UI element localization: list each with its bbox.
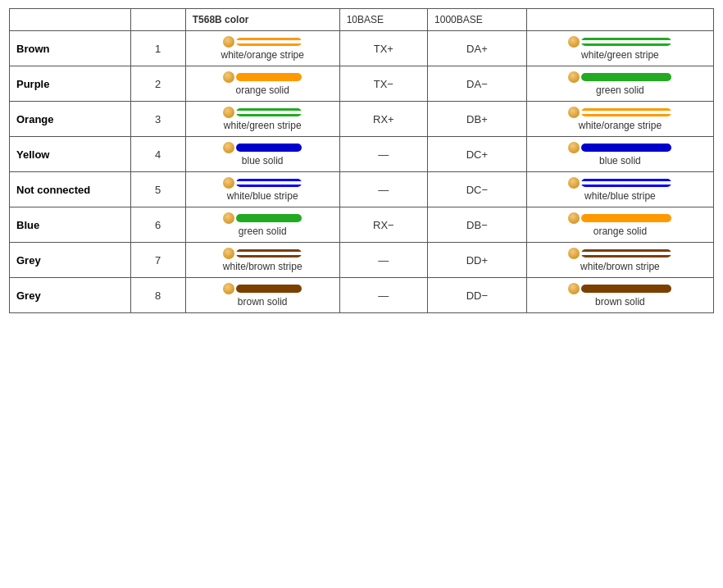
row-label-4: Not connected <box>10 172 131 207</box>
alt-color-text-7: brown solid <box>595 296 645 308</box>
alt-cable-4 <box>581 179 671 187</box>
connector-right-2 <box>568 107 580 118</box>
alt-color-text-3: blue solid <box>599 155 641 166</box>
thousandbase-1: DA− <box>428 66 527 102</box>
connector-left-5 <box>223 212 234 224</box>
pin-4: 5 <box>130 172 185 207</box>
header-col5: 1000BASE <box>428 9 527 31</box>
cable-2 <box>236 108 302 116</box>
row-label-3: Yellow <box>10 137 131 172</box>
alt-color-7: brown solid <box>526 278 713 313</box>
pin-3: 4 <box>130 137 185 172</box>
thousandbase-4: DC− <box>428 172 527 207</box>
thousandbase-6: DD+ <box>428 243 527 278</box>
row-label-7: Grey <box>10 278 131 313</box>
thousandbase-2: DB+ <box>428 102 527 137</box>
alt-cable-0 <box>581 38 671 46</box>
tenbase-0: TX+ <box>339 31 427 66</box>
connector-left-1 <box>223 71 234 83</box>
alt-color-text-5: orange solid <box>593 226 647 237</box>
alt-color-text-0: white/green stripe <box>581 49 659 61</box>
connector-right-3 <box>568 142 580 153</box>
pin-5: 6 <box>130 207 185 243</box>
t568b-color-4: white/blue stripe <box>185 172 339 207</box>
header-col2 <box>130 9 185 31</box>
alt-cable-1 <box>581 73 671 81</box>
alt-color-6: white/brown stripe <box>526 243 713 278</box>
color-text-2: white/green stripe <box>224 120 302 131</box>
connector-left-0 <box>223 36 234 48</box>
tenbase-7: — <box>339 278 427 313</box>
connector-right-0 <box>568 36 580 48</box>
cable-6 <box>236 249 302 258</box>
connector-right-5 <box>568 212 580 224</box>
connector-left-2 <box>223 107 234 118</box>
connector-left-6 <box>223 248 234 259</box>
alt-cable-6 <box>581 249 671 258</box>
t568b-color-5: green solid <box>185 207 339 243</box>
alt-color-5: orange solid <box>526 207 713 243</box>
pin-0: 1 <box>130 31 185 66</box>
alt-color-text-1: green solid <box>596 84 644 96</box>
t568b-color-2: white/green stripe <box>185 102 339 137</box>
alt-color-text-4: white/blue stripe <box>584 190 656 202</box>
color-text-1: orange solid <box>236 84 289 96</box>
t568b-color-3: blue solid <box>185 137 339 172</box>
row-label-6: Grey <box>10 243 131 278</box>
header-col6 <box>526 9 713 31</box>
header-col3: T568B color <box>185 9 339 31</box>
connector-right-6 <box>568 248 580 259</box>
alt-cable-7 <box>581 285 671 293</box>
t568b-color-0: white/orange stripe <box>185 31 339 66</box>
row-label-0: Brown <box>10 31 131 66</box>
connector-left-7 <box>223 283 234 294</box>
connector-right-7 <box>568 283 580 294</box>
t568b-color-7: brown solid <box>185 278 339 313</box>
color-text-6: white/brown stripe <box>223 261 302 272</box>
alt-color-1: green solid <box>526 66 713 102</box>
tenbase-2: RX+ <box>339 102 427 137</box>
color-text-5: green solid <box>239 226 287 237</box>
connector-right-4 <box>568 177 580 189</box>
thousandbase-0: DA+ <box>428 31 527 66</box>
thousandbase-5: DB− <box>428 207 527 243</box>
thousandbase-7: DD− <box>428 278 527 313</box>
cable-1 <box>236 73 302 81</box>
cable-3 <box>236 144 302 152</box>
cable-0 <box>236 38 302 46</box>
header-col4: 10BASE <box>339 9 427 31</box>
pin-6: 7 <box>130 243 185 278</box>
t568b-color-6: white/brown stripe <box>185 243 339 278</box>
tenbase-5: RX− <box>339 207 427 243</box>
tenbase-3: — <box>339 137 427 172</box>
tenbase-6: — <box>339 243 427 278</box>
color-text-0: white/orange stripe <box>221 49 304 61</box>
alt-color-text-2: white/orange stripe <box>579 120 662 131</box>
alt-color-2: white/orange stripe <box>526 102 713 137</box>
pin-2: 3 <box>130 102 185 137</box>
alt-color-text-6: white/brown stripe <box>580 261 660 272</box>
thousandbase-3: DC+ <box>428 137 527 172</box>
alt-color-3: blue solid <box>526 137 713 172</box>
color-text-3: blue solid <box>242 155 284 166</box>
color-text-4: white/blue stripe <box>227 190 298 202</box>
pin-7: 8 <box>130 278 185 313</box>
alt-color-4: white/blue stripe <box>526 172 713 207</box>
row-label-5: Blue <box>10 207 131 243</box>
color-text-7: brown solid <box>238 296 288 308</box>
tenbase-1: TX− <box>339 66 427 102</box>
alt-cable-5 <box>581 214 671 222</box>
alt-color-0: white/green stripe <box>526 31 713 66</box>
alt-cable-3 <box>581 144 671 152</box>
connector-left-4 <box>223 177 234 189</box>
cable-4 <box>236 179 302 187</box>
row-label-2: Orange <box>10 102 131 137</box>
cable-7 <box>236 285 302 293</box>
connector-right-1 <box>568 71 580 83</box>
connector-left-3 <box>223 142 234 153</box>
alt-cable-2 <box>581 108 671 116</box>
tenbase-4: — <box>339 172 427 207</box>
t568b-color-1: orange solid <box>185 66 339 102</box>
row-label-1: Purple <box>10 66 131 102</box>
cable-5 <box>236 214 302 222</box>
